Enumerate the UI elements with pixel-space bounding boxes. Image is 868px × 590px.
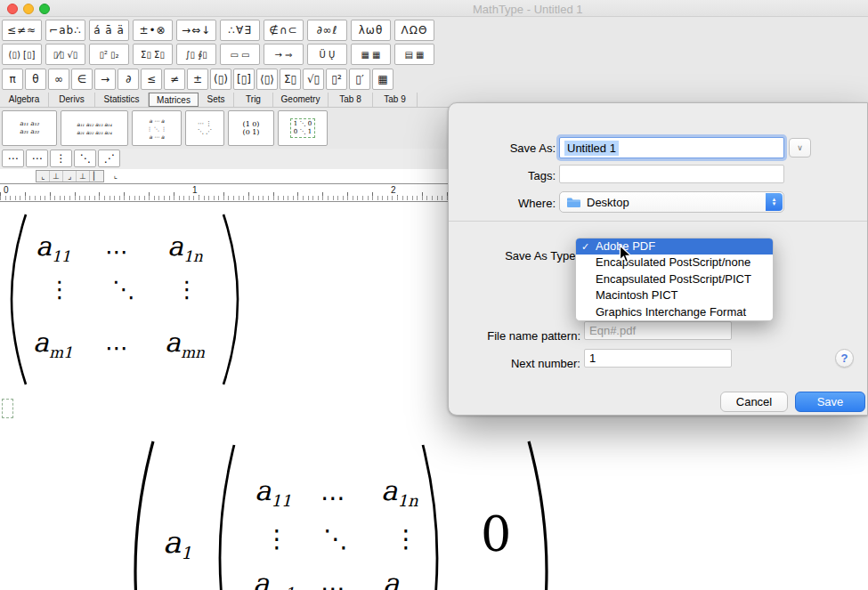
- matrix-template-partitioned[interactable]: 1 ⋱ 0 0 ⋱ 1: [278, 110, 328, 146]
- help-button[interactable]: ?: [835, 349, 854, 368]
- save-as-label: Save As:: [449, 141, 556, 155]
- tab-stop-center-icon[interactable]: ⊥: [50, 171, 63, 182]
- matrix-cell-am1: am1: [33, 329, 73, 360]
- template-labeled-arrows[interactable]: → ⇒: [264, 44, 304, 65]
- template-vdots[interactable]: ⋮: [50, 150, 72, 167]
- tab-stop-well: ⌞ ⊥ ⌟ ⊥ ▏: [36, 170, 104, 182]
- small-bar-partial[interactable]: ∂: [118, 69, 139, 90]
- tags-input[interactable]: [559, 165, 784, 183]
- small-bar-neq[interactable]: ≠: [164, 69, 185, 90]
- title-bar: MathType - Untitled 1: [0, 0, 868, 17]
- small-bar-leq[interactable]: ≤: [141, 69, 162, 90]
- tab-stop-left-icon[interactable]: ⌞: [37, 171, 50, 182]
- save-button[interactable]: Save: [795, 392, 865, 412]
- tab-statistics[interactable]: Statistics: [95, 93, 149, 107]
- small-bar-plusminus[interactable]: ±: [187, 69, 208, 90]
- template-products-unions[interactable]: Ü Ų: [307, 44, 347, 65]
- where-label: Where:: [449, 197, 556, 210]
- template-fences[interactable]: (▯) [▯]: [2, 44, 42, 65]
- tab-stop-bar-icon[interactable]: ▏: [90, 171, 103, 182]
- save-as-value: Untitled 1: [564, 141, 619, 156]
- tab-algebra[interactable]: Algebra: [0, 93, 49, 107]
- matrix-template-identity[interactable]: (1 0) (0 1): [228, 110, 274, 146]
- minimize-button[interactable]: [23, 4, 34, 14]
- small-bar-sum[interactable]: Σ▯: [280, 69, 301, 90]
- ruler-number-2: 2: [389, 185, 398, 195]
- template-ddots-down[interactable]: ⋱: [74, 150, 96, 167]
- zoom-button[interactable]: [39, 4, 50, 14]
- small-bar-superscript[interactable]: ▯²: [326, 69, 347, 90]
- coefficient-a1: a1: [163, 527, 191, 562]
- template-hdots-low[interactable]: ⋯: [2, 150, 24, 167]
- template-scripts[interactable]: ▯² ▯₂: [89, 44, 129, 65]
- where-popup[interactable]: Desktop ▲ ▼: [559, 191, 784, 213]
- ruler[interactable]: 0 1 2: [0, 183, 448, 202]
- template-hdots-center[interactable]: ⋯: [26, 150, 48, 167]
- ruler-number-1: 1: [191, 185, 199, 195]
- menu-item-eps-pict[interactable]: Encapsulated PostScript/PICT: [576, 271, 773, 287]
- tab-derivs[interactable]: Derivs: [49, 93, 95, 107]
- palette-greek-lower[interactable]: λωθ: [351, 20, 391, 41]
- small-bar-theta[interactable]: θ: [25, 69, 46, 90]
- template-fraction-radical[interactable]: ▯⁄▯ √▯: [45, 44, 85, 65]
- tab-sets[interactable]: Sets: [199, 93, 234, 107]
- small-bar-element[interactable]: ∈: [71, 69, 93, 90]
- template-matrices-b[interactable]: ▤ ▦: [394, 44, 434, 65]
- tab-geometry[interactable]: Geometry: [273, 93, 329, 107]
- small-bar-parens[interactable]: (▯): [210, 69, 231, 90]
- palette-operators[interactable]: ±•⊗: [133, 20, 173, 41]
- matrix-cell-a1n: a1n: [381, 477, 418, 509]
- palette-embellishments[interactable]: á ā ä: [89, 20, 129, 41]
- empty-slot[interactable]: [2, 399, 13, 418]
- palette-set-theory[interactable]: ∉∩⊂: [264, 20, 304, 41]
- file-name-pattern-input[interactable]: Eqn#.pdf: [584, 321, 732, 340]
- small-bar-angles[interactable]: ⟨▯⟩: [256, 69, 278, 90]
- tab-matrices[interactable]: Matrices: [149, 93, 199, 107]
- outer-right-paren: [523, 438, 552, 590]
- menu-item-adobe-pdf[interactable]: ✓ Adobe PDF: [576, 238, 773, 255]
- template-underbar-overbar[interactable]: ▭ ▭: [220, 44, 260, 65]
- small-bar-brackets[interactable]: [▯]: [233, 69, 255, 90]
- next-number-input[interactable]: 1: [584, 349, 732, 368]
- palette-misc-symbols[interactable]: ∂∞ℓ: [307, 20, 347, 41]
- small-bar-infinity[interactable]: ∞: [48, 69, 69, 90]
- save-as-input[interactable]: Untitled 1: [559, 137, 784, 158]
- template-integrals[interactable]: ∫▯ ∮▯: [176, 44, 216, 65]
- matrix-template-nxn[interactable]: a ⋯ a ⋮ ⋱ ⋮ a ⋯ a: [132, 110, 182, 146]
- template-matrices-a[interactable]: ▦ ▦: [351, 44, 391, 65]
- menu-item-eps-none[interactable]: Encapsulated PostScript/none: [576, 255, 773, 271]
- matrix-template-2x2[interactable]: a₁₁ a₁₂ a₂₁ a₂₂: [2, 110, 57, 146]
- chevron-down-icon: ∨: [797, 143, 803, 152]
- tab-8[interactable]: Tab 8: [329, 93, 373, 107]
- cancel-button[interactable]: Cancel: [720, 392, 788, 412]
- palette-arrows[interactable]: →⇔↓: [176, 20, 216, 41]
- where-value: Desktop: [587, 196, 629, 209]
- tab-stop-decimal-icon[interactable]: ⊥: [77, 171, 90, 182]
- palette-logic[interactable]: ∴∀∃: [220, 20, 260, 41]
- matrix-cell-ddots: ⋱: [323, 527, 348, 552]
- small-bar-prime[interactable]: ▯′: [349, 69, 370, 90]
- next-number-value: 1: [589, 352, 596, 365]
- expand-dialog-button[interactable]: ∨: [789, 138, 811, 158]
- matrix-template-dots[interactable]: ⋯ ⋮ ⋱ ⋰: [185, 110, 224, 146]
- menu-item-macintosh-pict[interactable]: Macintosh PICT: [576, 287, 773, 303]
- tab-trig[interactable]: Trig: [234, 93, 273, 107]
- palette-spaces-ellipses[interactable]: ⌐ab∴: [45, 20, 85, 41]
- small-bar-sqrt[interactable]: √▯: [303, 69, 324, 90]
- palette-greek-upper[interactable]: ΛΩΘ: [394, 20, 434, 41]
- matrix-cell-amn: amn: [165, 329, 205, 360]
- matrix-cell-vdots: ⋮: [264, 527, 289, 552]
- window-title: MathType - Untitled 1: [473, 3, 583, 16]
- palette-relational[interactable]: ≤≠≈: [2, 20, 42, 41]
- tab-stop-right-icon[interactable]: ⌟: [63, 171, 77, 182]
- small-bar-pi[interactable]: π: [2, 69, 23, 90]
- matrix-template-2x4[interactable]: a₁₁ a₁₂ a₁₃ a₁₄ a₂₁ a₂₂ a₂₃ a₂₄: [61, 110, 128, 146]
- tab-stop-marker-icon[interactable]: ⌞: [109, 170, 122, 182]
- tab-9[interactable]: Tab 9: [373, 93, 418, 107]
- menu-item-gif[interactable]: Graphics Interchange Format: [576, 304, 773, 320]
- template-ddots-up[interactable]: ⋰: [98, 150, 120, 167]
- template-sums[interactable]: Σ▯ Σ▯: [133, 44, 173, 65]
- small-bar-arrow[interactable]: →: [94, 69, 116, 90]
- close-button[interactable]: [7, 4, 18, 14]
- small-bar-matrix[interactable]: ▦: [372, 69, 393, 90]
